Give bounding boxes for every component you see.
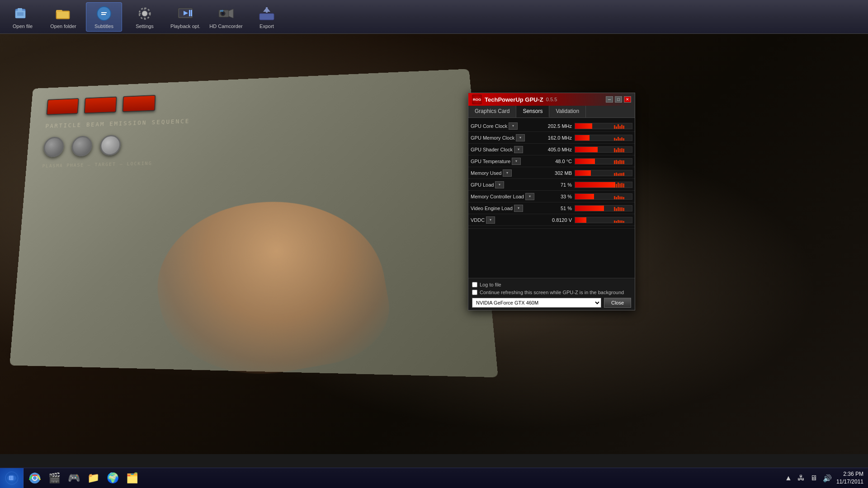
sensor-dropdown[interactable]: ▾	[514, 205, 523, 212]
continue-refresh-checkbox[interactable]	[472, 290, 477, 295]
window-close-button[interactable]: ✕	[624, 96, 631, 103]
tray-speaker-icon[interactable]: 🔊	[822, 473, 833, 483]
tray-arrow-icon[interactable]: ▲	[784, 473, 793, 483]
gpuz-bottom-bar: NVIDIA GeForce GTX 460M Close	[472, 298, 631, 308]
close-button[interactable]: Close	[604, 298, 631, 308]
svg-point-8	[97, 7, 111, 20]
sensor-label: GPU Shader Clock	[471, 147, 513, 152]
sensor-bar	[575, 158, 632, 164]
tray-network-icon[interactable]: 🖧	[797, 473, 806, 483]
sensor-gpu-shader-clock: GPU Shader Clock ▾ 405.0 MHz	[468, 144, 635, 155]
taskbar-game-icon[interactable]: 🎮	[65, 469, 83, 487]
open-file-button[interactable]: Open file	[5, 2, 41, 32]
maximize-button[interactable]: □	[615, 96, 622, 103]
hd-camcorder-button[interactable]: HD HD Camcorder	[208, 2, 244, 32]
svg-point-14	[142, 11, 147, 16]
clock-time: 2:36 PM	[836, 470, 863, 478]
taskbar-folder-icon[interactable]: 📁	[84, 469, 102, 487]
sensor-bar	[575, 146, 632, 153]
export-icon	[258, 5, 275, 22]
svg-rect-27	[266, 7, 268, 13]
sensor-dropdown[interactable]: ▾	[525, 193, 534, 200]
sensor-value: 0.8120 V	[541, 217, 575, 223]
hd-camcorder-icon: HD	[217, 5, 235, 22]
sensor-dropdown[interactable]: ▾	[514, 146, 523, 153]
taskbar-browser-icon[interactable]: 🌍	[104, 469, 122, 487]
sensor-label: Video Engine Load	[471, 206, 513, 211]
sensor-vddc: VDDC ▾ 0.8120 V	[468, 214, 635, 226]
gpuz-footer: Log to file Continue refreshing this scr…	[468, 278, 635, 310]
subtitles-button[interactable]: Subtitles	[86, 2, 122, 32]
open-folder-button[interactable]: Open folder	[45, 2, 81, 32]
gpuz-tabs: Graphics Card Sensors Validation	[468, 106, 635, 118]
sensor-label: GPU Core Clock	[471, 123, 507, 129]
svg-point-32	[33, 476, 37, 480]
sensor-label: Memory Used	[471, 170, 501, 176]
sensor-bar	[575, 170, 632, 176]
svg-text:HD: HD	[220, 9, 224, 12]
sensor-gpu-load: GPU Load ▾ 71 %	[468, 179, 635, 191]
sensor-value: 33 %	[541, 194, 575, 199]
continue-refresh-row: Continue refreshing this screen while GP…	[472, 290, 631, 295]
playback-opt-label: Playback opt.	[170, 23, 200, 29]
minimize-button[interactable]: ─	[606, 96, 613, 103]
sensor-bar	[575, 193, 632, 200]
gpuz-title: TechPowerUp GPU-Z	[485, 96, 543, 103]
sensor-value: 48.0 °C	[541, 159, 575, 164]
playback-opt-button[interactable]: Playback opt.	[167, 2, 203, 32]
taskbar-misc-icon[interactable]: 🗂️	[123, 469, 141, 487]
sensor-value: 302 MB	[541, 170, 575, 176]
settings-icon	[136, 5, 153, 22]
settings-label: Settings	[136, 23, 154, 29]
export-button[interactable]: Export	[249, 2, 285, 32]
sensor-dropdown[interactable]: ▾	[503, 169, 512, 177]
sensor-dropdown[interactable]: ▾	[516, 134, 525, 141]
tray-monitor-icon[interactable]: 🖥	[809, 473, 818, 483]
sensor-dropdown[interactable]: ▾	[486, 216, 495, 224]
sensor-memory-controller-load: Memory Controller Load ▾ 33 %	[468, 191, 635, 202]
svg-rect-18	[189, 10, 190, 16]
sensor-label: GPU Temperature	[471, 159, 510, 164]
app-window: Open file Open folder	[0, 0, 868, 488]
sensor-label: VDDC	[471, 217, 485, 223]
log-to-file-label: Log to file	[480, 282, 501, 287]
svg-point-23	[222, 12, 224, 15]
sensor-gpu-temperature: GPU Temperature ▾ 48.0 °C	[468, 155, 635, 167]
tab-sensors[interactable]: Sensors	[516, 106, 549, 117]
taskbar-chrome-icon[interactable]	[26, 469, 44, 487]
tab-validation[interactable]: Validation	[549, 106, 586, 117]
gpuz-version: 0.5.5	[546, 97, 557, 102]
taskbar-media-icon[interactable]: 🎬	[45, 469, 63, 487]
gpuz-sensors-panel: GPU Core Clock ▾ 202.5 MHz	[468, 118, 635, 228]
sensor-value: 51 %	[541, 206, 575, 211]
system-clock: 2:36 PM 11/17/2011	[836, 470, 863, 486]
continue-refresh-label: Continue refreshing this screen while GP…	[480, 290, 624, 295]
sensor-bar	[575, 217, 632, 223]
sensor-video-engine-load: Video Engine Load ▾ 51 %	[468, 202, 635, 214]
log-to-file-checkbox[interactable]	[472, 282, 477, 287]
taskbar: ⊞ 🎬 🎮 📁 🌍 🗂️ ▲	[0, 468, 868, 488]
sensor-bar	[575, 205, 632, 211]
gpuz-empty-area	[468, 228, 635, 278]
subtitles-icon	[95, 5, 113, 22]
sensor-dropdown[interactable]: ▾	[509, 122, 518, 130]
svg-rect-7	[57, 12, 69, 18]
gpuz-window: ROG TechPowerUp GPU-Z 0.5.5 ─ □ ✕ Graphi…	[468, 93, 635, 310]
svg-marker-21	[229, 9, 233, 18]
svg-rect-19	[191, 10, 192, 16]
sensor-dropdown[interactable]: ▾	[512, 158, 521, 165]
start-button[interactable]: ⊞	[0, 468, 24, 488]
tab-graphics-card[interactable]: Graphics Card	[468, 106, 516, 117]
settings-button[interactable]: Settings	[127, 2, 163, 32]
subtitles-label: Subtitles	[94, 23, 113, 29]
sensor-memory-used: Memory Used ▾ 302 MB	[468, 167, 635, 179]
sensor-dropdown[interactable]: ▾	[495, 181, 504, 188]
window-controls: ─ □ ✕	[605, 96, 631, 103]
log-to-file-row: Log to file	[472, 282, 631, 287]
hd-camcorder-label: HD Camcorder	[209, 23, 242, 29]
open-folder-label: Open folder	[50, 23, 76, 29]
open-file-icon	[14, 5, 31, 22]
svg-rect-1	[15, 11, 25, 18]
gpu-select-dropdown[interactable]: NVIDIA GeForce GTX 460M	[472, 298, 601, 308]
sensor-bar	[575, 182, 632, 188]
